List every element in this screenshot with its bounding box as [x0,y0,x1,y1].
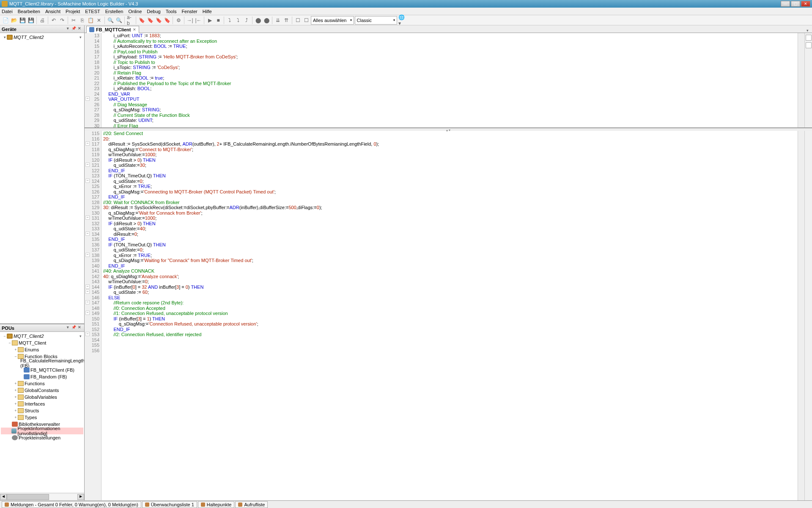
start-icon[interactable]: ▶ [206,17,214,24]
breakpoints-tab-label: Haltepunkte [207,502,232,507]
panel-pin-icon[interactable]: 📌 [71,26,77,32]
redo-icon[interactable]: ↷ [58,17,66,24]
devices-panel-title: Geräte [2,27,16,32]
tree-item-label[interactable]: Interfaces [25,401,45,406]
force-icon[interactable]: ⇊ [274,17,282,24]
minimize-button[interactable]: — [781,1,790,7]
copy-icon[interactable]: ⎘ [78,17,86,24]
find-icon[interactable]: 🔍 [107,17,114,24]
breakpoint-toggle-icon[interactable]: ⬤ [263,17,270,24]
watchlist-tab[interactable]: Überwachungsliste 1 [142,501,197,508]
panel-dropdown-icon[interactable]: ▾ [65,26,71,32]
step-into-icon[interactable]: ⤵ [234,17,242,24]
breakpoints-tab[interactable]: Haltepunkte [198,501,235,508]
declaration-editor[interactable]: 131415161718192021222324252627282930 i_u… [85,33,812,128]
tree-item-label[interactable]: Structs [25,408,39,413]
tree-root-label[interactable]: MQTT_Client2 [14,35,44,40]
bookmark-prev-icon[interactable]: 🔖 [155,17,162,24]
callstack-tab[interactable]: Aufrufliste [235,501,268,508]
panel-dropdown-icon[interactable]: ▾ [65,325,71,331]
find-next-icon[interactable]: 🔍 [115,17,123,24]
tab-label: FB_MQTTClient [96,27,131,32]
tree-item-label[interactable]: MQTT_Client2 [14,334,44,339]
panel-close-icon[interactable]: ✕ [77,26,82,32]
implementation-editor[interactable]: 1151161171181191201211221231241251261271… [85,131,812,500]
tree-item-label[interactable]: Projekteinstellungen [19,435,60,440]
callstack-icon [238,502,242,507]
messages-icon [5,502,9,507]
bookmark-clear-icon[interactable]: 🔖 [163,17,171,24]
menu-bearbeiten[interactable]: Bearbeiten [18,9,40,14]
bookmark-next-icon[interactable]: 🔖 [146,17,154,24]
pous-tree[interactable]: −MQTT_Client2▾ −MQTT_Client +Enums −Func… [0,332,84,493]
tabs-dropdown-icon[interactable]: ▾ [805,28,810,33]
devices-tree[interactable]: ▾MQTT_Client2▾ [0,33,84,323]
app-icon [2,1,8,7]
bottom-dock: Meldungen - Gesamt 0 Fehler, 0 Warnung(e… [0,500,812,508]
logout-icon[interactable]: |← [195,17,202,24]
decl-vscroll[interactable] [798,33,804,127]
menu-projekt[interactable]: Projekt [66,9,80,14]
pous-panel-title: POUs [2,326,14,331]
open-icon[interactable]: 📂 [10,17,18,24]
tab-fb-mqttclient[interactable]: FB_MQTTClient ✕ [86,26,139,33]
impl-vscroll[interactable] [798,131,804,500]
left-hscroll[interactable]: ◀▶ [0,493,84,500]
tree-item-label[interactable]: Types [25,415,37,420]
close-button[interactable]: ✕ [801,1,810,7]
tree-item-label[interactable]: MQTT_Client [19,340,46,345]
replace-icon[interactable]: a-b [126,17,134,24]
messages-tab-label: Meldungen - Gesamt 0 Fehler, 0 Warnung(e… [11,502,138,507]
build-icon[interactable]: ⚙ [175,17,182,24]
login-icon[interactable]: →| [186,17,194,24]
tree-item-label[interactable]: GlobalConstants [25,388,59,393]
decl-view-table-icon[interactable] [806,42,812,48]
tree-item-label[interactable]: FB_Random (FB) [30,374,67,379]
tree-item-label[interactable]: FB_MQTTClient (FB) [30,367,74,373]
delete-icon[interactable]: ✕ [95,17,103,24]
menu-erstellen[interactable]: Erstellen [105,9,123,14]
window-title: MQTT_Client2.library - SoMachine Motion … [9,1,781,6]
menu-debug[interactable]: Debug [147,9,160,14]
theme-dropdown[interactable]: Classic [355,16,397,25]
save-all-icon[interactable]: 💾 [27,17,35,24]
deselect-icon[interactable]: ☐ [302,17,310,24]
paste-icon[interactable]: 📋 [87,17,94,24]
menu-bar: Datei Bearbeiten Ansicht Projekt ETEST E… [0,8,812,15]
panel-close-icon[interactable]: ✕ [77,325,82,331]
menu-ansicht[interactable]: Ansicht [45,9,60,14]
callstack-tab-label: Aufrufliste [244,502,265,507]
undo-icon[interactable]: ↶ [50,17,58,24]
selection-dropdown[interactable]: Alles auswählen [311,16,354,25]
tree-item-label[interactable]: GlobalVariables [25,395,57,400]
messages-tab[interactable]: Meldungen - Gesamt 0 Fehler, 0 Warnung(e… [2,501,141,508]
save-icon[interactable]: 💾 [19,17,26,24]
menu-hilfe[interactable]: Hilfe [203,9,212,14]
select-all-icon[interactable]: ☐ [294,17,302,24]
panel-pin-icon[interactable]: 📌 [71,325,77,331]
step-out-icon[interactable]: ⤴ [243,17,250,24]
decl-view-text-icon[interactable] [806,35,812,41]
maximize-button[interactable]: ▢ [791,1,800,7]
tab-close-icon[interactable]: ✕ [133,28,136,32]
cut-icon[interactable]: ✂ [70,17,77,24]
editor-tabs: FB_MQTTClient ✕ ▾ [85,25,812,33]
unforce-icon[interactable]: ⇈ [283,17,290,24]
step-over-icon[interactable]: ⤵ [226,17,233,24]
tree-item-label[interactable]: Projektinformationen [unvollständig] [17,426,83,436]
new-icon[interactable]: 📄 [2,17,9,24]
print-icon[interactable]: 🖨 [38,17,46,24]
tree-item-label[interactable]: FB_CalculateRemainingLength (FB) [20,358,84,368]
menu-online[interactable]: Online [128,9,142,14]
menu-etest[interactable]: ETEST [85,9,100,14]
tree-item-label[interactable]: Enums [25,347,39,352]
breakpoint-icon[interactable]: ⬤ [254,17,262,24]
bookmark-icon[interactable]: 🔖 [138,17,145,24]
stop-icon[interactable]: ■ [214,17,222,24]
tree-item-label[interactable]: Functions [25,381,45,386]
breakpoints-icon [201,502,205,507]
globe-icon[interactable]: 🌐▾ [398,17,406,24]
menu-datei[interactable]: Datei [2,9,13,14]
menu-tools[interactable]: Tools [166,9,177,14]
menu-fenster[interactable]: Fenster [181,9,197,14]
